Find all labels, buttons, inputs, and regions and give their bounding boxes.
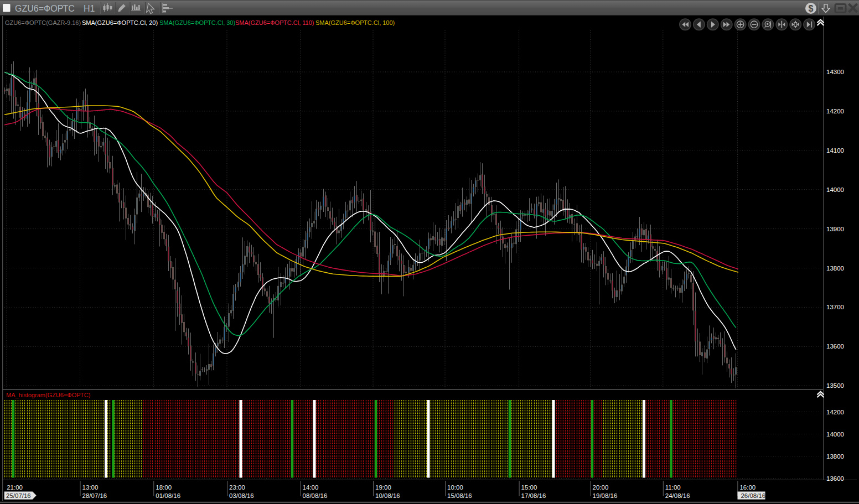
svg-text:03/08/16: 03/08/16 (229, 492, 254, 499)
svg-text:18:00: 18:00 (156, 484, 172, 491)
svg-text:14300: 14300 (826, 69, 844, 75)
svg-text:13600: 13600 (826, 343, 844, 350)
svg-text:16:00: 16:00 (739, 484, 755, 491)
svg-text:01/08/16: 01/08/16 (156, 492, 180, 499)
svg-text:H1: H1 (84, 4, 95, 13)
svg-text:19:00: 19:00 (375, 484, 391, 491)
svg-text:10:00: 10:00 (447, 484, 463, 491)
svg-text:SMA(GZU6=ФОРТС.Cl, 110): SMA(GZU6=ФОРТС.Cl, 110) (235, 19, 314, 26)
svg-text:20:00: 20:00 (593, 484, 609, 491)
svg-text:13:00: 13:00 (82, 484, 99, 491)
svg-text:15:00: 15:00 (521, 484, 537, 491)
svg-text:25/07/16: 25/07/16 (6, 492, 31, 499)
svg-text:21:00: 21:00 (7, 484, 23, 491)
svg-text:13700: 13700 (826, 304, 844, 310)
svg-text:15/08/16: 15/08/16 (447, 492, 472, 499)
svg-text:SMA(GZU6=ФОРТС.Cl, 30): SMA(GZU6=ФОРТС.Cl, 30) (159, 19, 235, 26)
svg-text:13500: 13500 (826, 382, 844, 389)
svg-text:14200: 14200 (826, 108, 844, 115)
svg-text:SMA(GZU6=ФОРТС.Cl, 20): SMA(GZU6=ФОРТС.Cl, 20) (82, 19, 158, 26)
svg-text:17/08/16: 17/08/16 (521, 492, 546, 499)
svg-text:GZU6=ФОРТС: GZU6=ФОРТС (15, 4, 75, 13)
svg-text:GZU6=ФОРТС(GAZR-9.16): GZU6=ФОРТС(GAZR-9.16) (5, 19, 81, 26)
svg-text:14000: 14000 (826, 431, 844, 438)
svg-text:19/08/16: 19/08/16 (593, 492, 618, 499)
svg-text:MA_histogram(GZU6=ФОРТС): MA_histogram(GZU6=ФОРТС) (6, 392, 90, 398)
svg-text:26/08/16: 26/08/16 (741, 492, 765, 499)
svg-text:13800: 13800 (826, 265, 844, 272)
svg-text:14200: 14200 (826, 409, 844, 415)
svg-text:14000: 14000 (826, 186, 844, 193)
svg-text:14:00: 14:00 (303, 484, 319, 491)
svg-text:28/07/16: 28/07/16 (82, 492, 107, 499)
svg-text:13900: 13900 (826, 226, 844, 232)
svg-text:$: $ (809, 4, 814, 13)
svg-text:10/08/16: 10/08/16 (375, 492, 400, 499)
svg-text:14100: 14100 (826, 147, 844, 154)
svg-text:SMA(GZU6=ФОРТС.Cl, 100): SMA(GZU6=ФОРТС.Cl, 100) (315, 19, 395, 26)
svg-text:13800: 13800 (826, 453, 844, 460)
svg-text:08/08/16: 08/08/16 (303, 492, 328, 499)
svg-text:11:00: 11:00 (665, 484, 681, 491)
svg-text:23:00: 23:00 (229, 484, 245, 491)
svg-text:24/08/16: 24/08/16 (665, 492, 690, 499)
svg-text:13600: 13600 (826, 475, 844, 482)
